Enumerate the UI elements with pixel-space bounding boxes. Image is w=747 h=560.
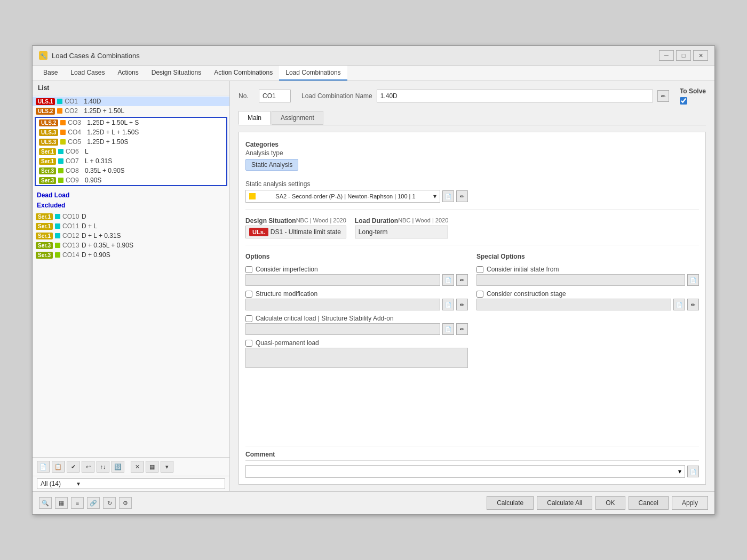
close-button[interactable]: ✕ bbox=[693, 50, 708, 61]
list-item[interactable]: ULS.2 CO3 1.25D + 1.50L + S bbox=[36, 118, 226, 127]
structure-mod-copy-btn[interactable]: 📄 bbox=[442, 299, 454, 310]
option-structure-mod: Structure modification 📄 ✏ bbox=[245, 290, 468, 310]
apply-button[interactable]: Apply bbox=[672, 496, 708, 510]
co5-tag: ULS.3 bbox=[39, 139, 58, 146]
sa-copy-button[interactable]: 📄 bbox=[442, 190, 454, 202]
quasi-input bbox=[245, 348, 468, 368]
co10-formula: D bbox=[82, 213, 226, 220]
new-button[interactable]: 📄 bbox=[37, 461, 50, 473]
quasi-permanent-checkbox[interactable] bbox=[245, 340, 252, 347]
ok-button[interactable]: OK bbox=[595, 496, 625, 510]
no-input[interactable] bbox=[259, 90, 291, 102]
dead-load-group: ULS.2 CO3 1.25D + 1.50L + S ULS.3 CO4 1.… bbox=[35, 117, 227, 186]
critical-edit-btn[interactable]: ✏ bbox=[456, 323, 468, 335]
maximize-button[interactable]: □ bbox=[676, 50, 691, 61]
no-label: No. bbox=[239, 92, 255, 100]
option-initial-check: Consider initial state from bbox=[476, 266, 699, 273]
load-duration-col: Load Duration NBC | Wood | 2020 Long-ter… bbox=[355, 215, 449, 238]
search-button[interactable]: 🔍 bbox=[39, 497, 52, 509]
co3-tag: ULS.2 bbox=[39, 119, 58, 126]
co4-dot bbox=[60, 130, 66, 135]
menu-action-combinations[interactable]: Action Combinations bbox=[208, 66, 279, 81]
sa-dot bbox=[249, 193, 256, 199]
imperfection-edit-btn[interactable]: ✏ bbox=[456, 274, 468, 286]
menu-load-cases[interactable]: Load Cases bbox=[64, 66, 111, 81]
co5-dot bbox=[60, 139, 66, 145]
menu-design-situations[interactable]: Design Situations bbox=[145, 66, 208, 81]
co11-dot bbox=[55, 223, 60, 229]
co4-tag: ULS.3 bbox=[39, 129, 58, 136]
list-item[interactable]: Ser.1 CO12 D + L + 0.31S bbox=[33, 231, 229, 241]
options-label: Options bbox=[245, 251, 468, 261]
construction-stage-checkbox[interactable] bbox=[476, 291, 483, 298]
settings-button[interactable]: ⚙ bbox=[119, 497, 132, 509]
grid-button[interactable]: ▦ bbox=[146, 461, 158, 473]
all-dropdown[interactable]: All (14) ▾ bbox=[37, 478, 225, 489]
co10-tag: Ser.1 bbox=[36, 213, 53, 220]
static-settings-dropdown[interactable]: SA2 - Second-order (P-Δ) | Newton-Raphso… bbox=[245, 190, 440, 203]
construction-stage-input bbox=[476, 299, 671, 310]
minimize-button[interactable]: ─ bbox=[659, 50, 674, 61]
structure-mod-edit-btn[interactable]: ✏ bbox=[456, 299, 468, 310]
refresh-button[interactable]: ↻ bbox=[103, 497, 116, 509]
tab-assignment[interactable]: Assignment bbox=[272, 111, 323, 125]
option-quasi-inputs bbox=[245, 348, 468, 368]
list-items: ULS.1 CO1 1.40D ULS.2 CO2 1.25D + 1.50L bbox=[33, 95, 229, 457]
menu-actions[interactable]: Actions bbox=[111, 66, 145, 81]
check-button[interactable]: ✔ bbox=[67, 461, 80, 473]
link-button[interactable]: 🔗 bbox=[87, 497, 100, 509]
comment-input[interactable]: ▾ bbox=[245, 465, 685, 478]
more-button[interactable]: ▾ bbox=[161, 461, 173, 473]
sort-button[interactable]: 🔢 bbox=[112, 461, 124, 473]
grid-view-button[interactable]: ▦ bbox=[55, 497, 68, 509]
left-panel: List ULS.1 CO1 1.40D ULS.2 CO2 1.25D + 1… bbox=[33, 81, 230, 491]
comment-row: ▾ 📄 bbox=[245, 460, 699, 478]
construction-copy-btn[interactable]: 📄 bbox=[673, 299, 685, 310]
list-item[interactable]: Ser.1 CO7 L + 0.31S bbox=[36, 156, 226, 166]
critical-copy-btn[interactable]: 📄 bbox=[442, 323, 454, 335]
cancel-button[interactable]: Cancel bbox=[629, 496, 669, 510]
co4-label: CO4 bbox=[68, 129, 85, 136]
list-item[interactable]: ULS.3 CO4 1.25D + L + 1.50S bbox=[36, 127, 226, 137]
option-structure-mod-check: Structure modification bbox=[245, 290, 468, 298]
name-input[interactable] bbox=[377, 90, 653, 102]
move-up-button[interactable]: ↑↓ bbox=[97, 461, 109, 473]
initial-state-copy-btn[interactable]: 📄 bbox=[687, 274, 699, 286]
window-title: Load Cases & Combinations bbox=[52, 52, 140, 60]
list-item[interactable]: Ser.1 CO11 D + L bbox=[33, 221, 229, 231]
tab-main[interactable]: Main bbox=[239, 111, 271, 125]
co5-formula: 1.25D + 1.50S bbox=[87, 138, 223, 146]
list-item[interactable]: Ser.3 CO14 D + 0.90S bbox=[33, 250, 229, 260]
imperfection-copy-btn[interactable]: 📄 bbox=[442, 274, 454, 286]
uncheck-button[interactable]: ↩ bbox=[82, 461, 94, 473]
co14-tag: Ser.3 bbox=[36, 252, 53, 259]
list-item[interactable]: ULS.2 CO2 1.25D + 1.50L bbox=[33, 106, 229, 116]
menu-load-combinations[interactable]: Load Combinations bbox=[279, 66, 347, 81]
list-view-button[interactable]: ≡ bbox=[71, 497, 84, 509]
list-item[interactable]: ULS.1 CO1 1.40D bbox=[33, 97, 229, 106]
edit-name-button[interactable]: ✏ bbox=[657, 90, 669, 102]
co2-dot bbox=[57, 108, 62, 114]
copy-button[interactable]: 📋 bbox=[52, 461, 65, 473]
comment-copy-btn[interactable]: 📄 bbox=[687, 466, 699, 477]
list-item[interactable]: Ser.1 CO6 L bbox=[36, 147, 226, 156]
structure-mod-checkbox[interactable] bbox=[245, 291, 252, 298]
initial-state-checkbox[interactable] bbox=[476, 266, 483, 273]
list-item[interactable]: Ser.3 CO8 0.35L + 0.90S bbox=[36, 166, 226, 175]
list-item[interactable]: ULS.3 CO5 1.25D + 1.50S bbox=[36, 137, 226, 147]
list-item[interactable]: Ser.3 CO13 D + 0.35L + 0.90S bbox=[33, 241, 229, 250]
to-solve-checkbox[interactable] bbox=[680, 97, 687, 105]
option-structure-mod-inputs: 📄 ✏ bbox=[245, 299, 468, 310]
delete-button[interactable]: ✕ bbox=[131, 461, 144, 473]
calculate-all-button[interactable]: Calculate All bbox=[537, 496, 592, 510]
list-item[interactable]: Ser.1 CO10 D bbox=[33, 212, 229, 221]
co10-dot bbox=[55, 214, 60, 219]
construction-edit-btn[interactable]: ✏ bbox=[687, 299, 699, 310]
design-situation-col: Design Situation NBC | Wood | 2020 ULs. … bbox=[245, 215, 346, 238]
sa-edit-button[interactable]: ✏ bbox=[456, 190, 468, 202]
list-item[interactable]: Ser.3 CO9 0.90S bbox=[36, 175, 226, 185]
imperfection-checkbox[interactable] bbox=[245, 266, 252, 273]
calculate-button[interactable]: Calculate bbox=[487, 496, 534, 510]
critical-load-checkbox[interactable] bbox=[245, 315, 252, 322]
menu-base[interactable]: Base bbox=[37, 66, 64, 81]
